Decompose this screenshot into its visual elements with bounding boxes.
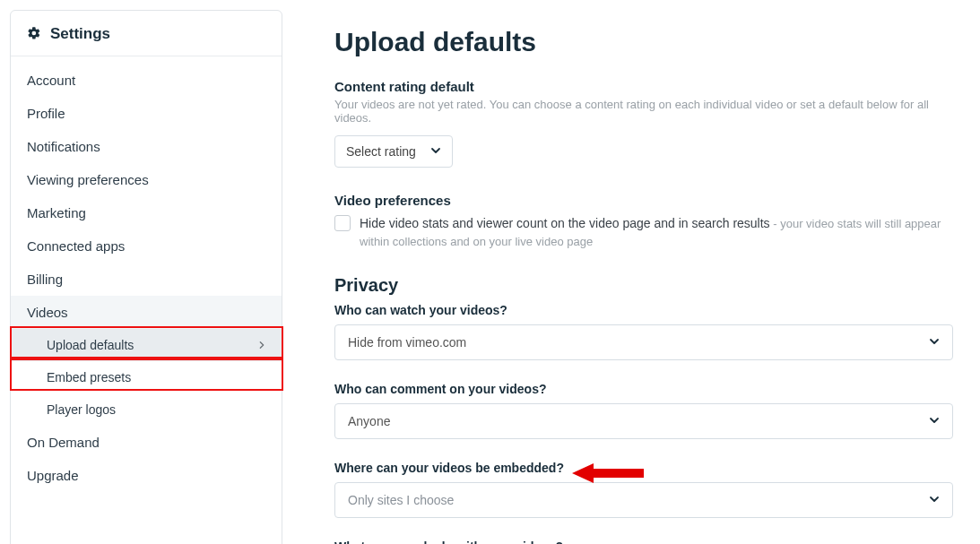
sidebar-item-profile[interactable]: Profile xyxy=(11,97,282,130)
chevron-down-icon xyxy=(929,414,940,428)
chevron-down-icon xyxy=(929,493,940,507)
watch-select[interactable]: Hide from vimeo.com xyxy=(334,324,953,360)
comment-select[interactable]: Anyone xyxy=(334,403,953,439)
select-value: Select rating xyxy=(346,144,416,159)
sidebar-subitem-upload-defaults[interactable]: Upload defaults xyxy=(11,329,282,361)
sidebar-item-videos[interactable]: Videos xyxy=(11,296,282,329)
embed-select[interactable]: Only sites I choose xyxy=(334,482,953,518)
do-question: What can people do with your videos? xyxy=(334,540,953,544)
content-rating-section: Content rating default Your videos are n… xyxy=(334,79,953,168)
sidebar-item-viewing-preferences[interactable]: Viewing preferences xyxy=(11,163,282,196)
watch-value: Hide from vimeo.com xyxy=(348,335,466,350)
sidebar-title: Settings xyxy=(50,25,110,43)
hide-stats-checkbox[interactable] xyxy=(334,215,351,231)
watch-question: Who can watch your videos? xyxy=(334,303,953,317)
chevron-down-icon xyxy=(430,144,441,159)
content-rating-label: Content rating default xyxy=(334,79,953,94)
sidebar-item-notifications[interactable]: Notifications xyxy=(11,130,282,163)
sidebar-subitem-player-logos[interactable]: Player logos xyxy=(11,393,282,426)
gear-icon xyxy=(27,26,41,43)
video-prefs-label: Video preferences xyxy=(334,193,953,208)
sidebar-item-on-demand[interactable]: On Demand xyxy=(11,426,282,459)
chevron-down-icon xyxy=(929,335,940,350)
privacy-heading: Privacy xyxy=(334,275,953,296)
video-preferences-section: Video preferences Hide video stats and v… xyxy=(334,193,953,250)
sidebar-item-account[interactable]: Account xyxy=(11,64,282,97)
sidebar-subitem-embed-presets[interactable]: Embed presets xyxy=(11,361,282,393)
sidebar-item-connected-apps[interactable]: Connected apps xyxy=(11,229,282,263)
sidebar-item-marketing[interactable]: Marketing xyxy=(11,196,282,229)
comment-value: Anyone xyxy=(348,414,390,428)
hide-stats-label: Hide video stats and viewer count on the… xyxy=(360,215,953,250)
hide-stats-row: Hide video stats and viewer count on the… xyxy=(334,215,953,250)
comment-question: Who can comment on your videos? xyxy=(334,382,953,396)
sidebar-header: Settings xyxy=(11,11,282,56)
embed-value: Only sites I choose xyxy=(348,493,454,507)
page-title: Upload defaults xyxy=(334,27,953,57)
embed-question: Where can your videos be embedded? xyxy=(334,461,953,475)
main-content: Upload defaults Content rating default Y… xyxy=(282,0,980,544)
hide-stats-text: Hide video stats and viewer count on the… xyxy=(360,216,770,230)
subitem-label: Upload defaults xyxy=(47,338,134,352)
videos-subnav: Upload defaults Embed presets Player log… xyxy=(11,329,282,426)
chevron-right-icon xyxy=(258,338,265,352)
sidebar-item-upgrade[interactable]: Upgrade xyxy=(11,459,282,492)
content-rating-desc: Your videos are not yet rated. You can c… xyxy=(334,98,953,125)
settings-sidebar: Settings Account Profile Notifications V… xyxy=(10,10,282,544)
sidebar-nav: Account Profile Notifications Viewing pr… xyxy=(11,56,282,497)
sidebar-item-billing[interactable]: Billing xyxy=(11,263,282,296)
content-rating-select[interactable]: Select rating xyxy=(334,135,453,168)
